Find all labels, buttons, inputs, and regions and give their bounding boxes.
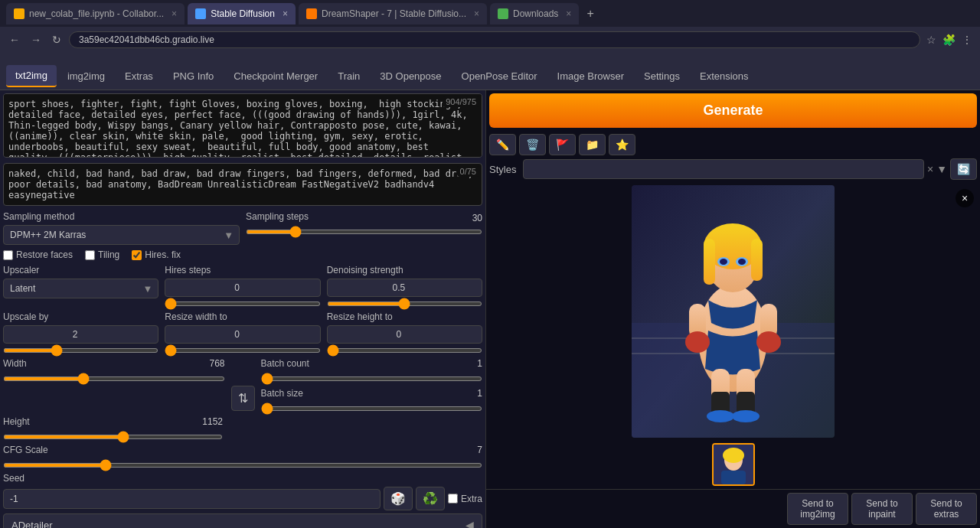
nav-3d-openpose[interactable]: 3D Openpose (371, 66, 450, 86)
bookmark-button[interactable]: ☆ (925, 32, 938, 47)
upscale-by-slider[interactable] (3, 348, 158, 353)
send-to-extras-button[interactable]: Send toextras (916, 493, 977, 525)
flag-icon[interactable]: 🚩 (549, 134, 576, 155)
address-input[interactable]: 3a59ec42041dbb46cb.gradio.live (69, 31, 920, 48)
tab-colab-close[interactable]: × (172, 8, 177, 19)
tab-downloads[interactable]: Downloads × (490, 3, 579, 24)
styles-row: Styles × ▼ 🔄 (486, 158, 980, 183)
svg-point-21 (707, 410, 734, 422)
dims-batch-row: Width 768 ⇅ Batch count 1 (3, 358, 482, 413)
negative-prompt-input[interactable]: naked, child, bad hand, bad draw, bad dr… (3, 163, 482, 206)
close-image-button[interactable]: × (956, 189, 974, 207)
denoising-slider[interactable] (327, 301, 482, 306)
thumbnail-1[interactable] (712, 443, 755, 486)
denoising-section: Denoising strength (327, 265, 482, 308)
hires-fix-input[interactable] (132, 250, 142, 260)
upscale-by-input[interactable] (3, 325, 158, 344)
extensions-button[interactable]: 🧩 (941, 32, 957, 47)
adetailer-section[interactable]: ADetailer ◀ (3, 513, 482, 528)
reload-button[interactable]: ↻ (49, 32, 64, 47)
styles-input[interactable] (523, 159, 924, 179)
resize-w-input[interactable] (165, 325, 320, 344)
nav-img2img[interactable]: img2img (58, 66, 114, 86)
nav-png-info[interactable]: PNG Info (164, 66, 223, 86)
trash-icon[interactable]: 🗑️ (519, 134, 546, 155)
nav-train[interactable]: Train (328, 66, 369, 86)
height-label: Height (3, 416, 30, 427)
menu-button[interactable]: ⋮ (960, 32, 974, 47)
tiling-input[interactable] (85, 250, 95, 260)
batch-section: Batch count 1 Batch size 1 (261, 358, 483, 413)
generate-button[interactable]: Generate (489, 93, 977, 128)
send-to-inpaint-button[interactable]: Send toinpaint (851, 493, 913, 525)
dice-button[interactable]: 🎲 (384, 487, 413, 510)
sampling-method-section: Sampling method DPM++ 2M Karras ▼ (3, 211, 240, 245)
new-tab-button[interactable]: + (582, 7, 598, 21)
styles-refresh-button[interactable]: 🔄 (950, 158, 977, 180)
svg-point-22 (732, 410, 760, 422)
extra-input[interactable] (448, 494, 458, 504)
hires-fix-checkbox[interactable]: Hires. fix (132, 249, 181, 260)
seed-input[interactable]: -1 (3, 489, 381, 509)
app-nav: txt2img img2img Extras PNG Info Checkpoi… (0, 63, 980, 90)
swap-section: ⇅ (231, 358, 255, 413)
batch-size-value: 1 (477, 388, 482, 402)
svg-point-15 (685, 331, 710, 353)
tab-sd-close[interactable]: × (283, 8, 288, 19)
width-slider[interactable] (3, 376, 225, 381)
nav-extras[interactable]: Extras (116, 66, 162, 86)
resize-w-slider[interactable] (165, 348, 320, 353)
resize-h-slider[interactable] (327, 348, 482, 353)
seed-section: Seed -1 🎲 ♻️ Extra (3, 473, 482, 510)
restore-faces-input[interactable] (3, 250, 13, 260)
forward-button[interactable]: → (28, 32, 44, 47)
swap-dims-button[interactable]: ⇅ (231, 386, 255, 411)
nav-image-browser[interactable]: Image Browser (548, 66, 633, 86)
tab-sd[interactable]: Stable Diffusion × (188, 3, 296, 24)
nav-settings[interactable]: Settings (635, 66, 689, 86)
edit-icon[interactable]: ✏️ (489, 134, 516, 155)
cfg-value: 7 (477, 445, 482, 458)
tab-dreamshaper-close[interactable]: × (474, 8, 479, 19)
checkboxes-row: Restore faces Tiling Hires. fix (3, 249, 482, 260)
back-button[interactable]: ← (6, 32, 23, 47)
recycle-button[interactable]: ♻️ (416, 487, 445, 510)
cfg-section: CFG Scale 7 (3, 445, 482, 470)
sampling-steps-slider[interactable] (246, 230, 482, 234)
tab-dreamshaper[interactable]: DreamShaper - 7 | Stable Diffusio... × (299, 3, 487, 24)
upscaler-select[interactable]: Latent (3, 279, 158, 298)
send-to-img2img-button[interactable]: Send toimg2img (787, 493, 848, 525)
extra-checkbox[interactable]: Extra (448, 494, 482, 504)
nav-txt2img[interactable]: txt2img (6, 65, 57, 87)
restore-faces-checkbox[interactable]: Restore faces (3, 249, 73, 260)
batch-count-slider[interactable] (261, 376, 483, 381)
sampling-method-select[interactable]: DPM++ 2M Karras (3, 225, 240, 245)
nav-openpose-editor[interactable]: OpenPose Editor (452, 66, 547, 86)
denoising-label: Denoising strength (327, 265, 482, 275)
star-icon[interactable]: ⭐ (609, 134, 635, 155)
nav-extensions[interactable]: Extensions (691, 66, 758, 86)
hires-steps-input[interactable] (165, 279, 320, 297)
batch-size-slider[interactable] (261, 406, 483, 411)
height-slider[interactable] (3, 435, 223, 439)
zip-icon[interactable]: 📁 (579, 134, 606, 155)
styles-dropdown-button[interactable]: ▼ (936, 163, 947, 175)
upscaler-label: Upscaler (3, 265, 158, 275)
tab-downloads-close[interactable]: × (566, 8, 571, 19)
nav-checkpoint-merger[interactable]: Checkpoint Merger (224, 66, 327, 86)
hires-steps-slider[interactable] (165, 301, 320, 306)
sampling-row: Sampling method DPM++ 2M Karras ▼ Sampli… (3, 211, 482, 245)
denoising-input[interactable] (327, 279, 482, 297)
tiling-checkbox[interactable]: Tiling (85, 249, 119, 260)
width-section: Width 768 (3, 358, 225, 413)
tab-colab[interactable]: new_colab_file.ipynb - Collabor... × (6, 3, 185, 24)
sampling-steps-section: Sampling steps 30 (246, 211, 482, 245)
cfg-slider[interactable] (3, 463, 482, 468)
positive-prompt-input[interactable]: sport shoes, fighter, fight, fight Glove… (3, 93, 482, 158)
hires-section: Upscaler Latent ▼ Hires steps Denoising … (3, 265, 482, 308)
styles-clear-button[interactable]: × (927, 163, 933, 175)
resize-h-input[interactable] (327, 325, 482, 344)
sampling-method-label: Sampling method (3, 211, 240, 222)
adetailer-chevron-icon: ◀ (466, 519, 474, 528)
seed-label: Seed (3, 473, 482, 484)
